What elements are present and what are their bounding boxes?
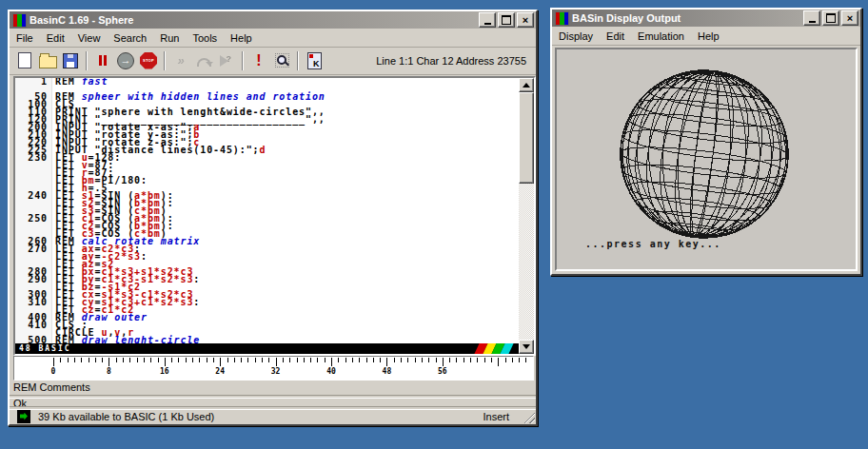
maximize-button[interactable] <box>822 10 839 26</box>
mode-bar: 48 BASIC <box>15 343 519 354</box>
display-panel: ...press any key... <box>555 48 858 271</box>
statusbar: 39 Kb available to BASIC (1 Kb Used) Ins… <box>10 408 536 424</box>
code-line: 1REM fast <box>15 78 519 86</box>
menu-item-tools[interactable]: Tools <box>186 29 224 47</box>
keyword-help-icon: K <box>307 52 322 69</box>
save-button[interactable] <box>59 49 82 71</box>
basinc-window: BasinC 1.69 - Sphere × FileEditViewSearc… <box>8 10 538 426</box>
code-line: 500REM draw lenght-circle <box>15 337 519 343</box>
pause-button[interactable] <box>91 49 114 71</box>
wireframe-sphere <box>558 50 855 268</box>
column-ruler: 08162432404856 <box>13 356 534 381</box>
step-into-icon: » <box>177 53 184 68</box>
menu-item-search[interactable]: Search <box>107 29 153 47</box>
basic-run-icon <box>17 410 30 423</box>
close-button[interactable]: × <box>517 12 534 28</box>
press-any-key-text: ...press any key... <box>585 239 721 249</box>
keyword-help-button[interactable]: K <box>303 49 326 71</box>
menu-item-run[interactable]: Run <box>153 29 186 47</box>
scrollbar-thumb[interactable] <box>519 92 534 184</box>
maximize-button[interactable] <box>498 12 515 28</box>
menu-item-edit[interactable]: Edit <box>40 29 71 47</box>
menu-item-view[interactable]: View <box>71 29 108 47</box>
comments-panel: REM Comments <box>13 381 532 393</box>
open-file-button[interactable] <box>36 49 59 71</box>
toolbar: → STOP » ? ! K Line 1:1 Char 12 Address … <box>10 47 536 75</box>
step-over-button[interactable] <box>192 49 215 71</box>
arrow-up-icon <box>523 79 530 88</box>
app-icon <box>12 13 27 28</box>
scroll-down-button[interactable] <box>519 340 534 354</box>
code-line: 50REM spheer with hidden lines and rotat… <box>15 93 519 101</box>
resize-grip[interactable] <box>523 411 535 423</box>
window-title: BasinC 1.69 - Sphere <box>30 14 479 26</box>
menu-item-help[interactable]: Help <box>224 29 259 47</box>
scroll-up-button[interactable] <box>519 78 534 92</box>
new-file-button[interactable] <box>13 49 36 71</box>
pause-icon <box>99 55 107 66</box>
arrow-down-icon <box>523 344 530 353</box>
menu-item-emulation[interactable]: Emulation <box>631 28 691 45</box>
output-titlebar[interactable]: BASin Display Output × <box>552 10 860 27</box>
menu-item-display[interactable]: Display <box>552 28 600 45</box>
menu-item-edit[interactable]: Edit <box>600 28 631 45</box>
step-into-button[interactable]: » <box>169 49 192 71</box>
menu-item-help[interactable]: Help <box>691 28 726 45</box>
output-app-icon <box>555 11 569 26</box>
error-break-icon: ! <box>256 54 261 68</box>
mode-bar-label: 48 BASIC <box>19 344 71 353</box>
vertical-scrollbar[interactable] <box>519 78 534 354</box>
code-line: 400REM draw outer <box>15 314 519 322</box>
trace-button[interactable]: ? <box>215 49 238 71</box>
minimize-button[interactable] <box>803 10 820 26</box>
find-icon <box>275 53 289 68</box>
open-folder-icon <box>39 56 57 68</box>
find-button[interactable] <box>270 49 293 71</box>
output-menubar: DisplayEditEmulationHelp <box>552 27 860 46</box>
new-file-icon <box>18 52 31 68</box>
menu-item-file[interactable]: File <box>10 29 40 47</box>
error-break-button[interactable]: ! <box>247 49 270 71</box>
save-icon <box>63 53 78 68</box>
menubar: FileEditViewSearchRunToolsHelp <box>10 29 536 48</box>
output-window-title: BASin Display Output <box>572 12 803 24</box>
code-editor[interactable]: 1REM fast50REM spheer with hidden lines … <box>13 76 536 356</box>
display-output-window: BASin Display Output × DisplayEditEmulat… <box>550 8 862 276</box>
rainbow-stripes <box>474 343 513 354</box>
run-button[interactable]: → <box>114 49 137 71</box>
insert-mode-status: Insert <box>483 411 509 422</box>
trace-icon: ? <box>220 55 234 67</box>
run-icon: → <box>117 52 134 69</box>
zx-screen: ...press any key... <box>558 50 855 268</box>
minimize-button[interactable] <box>479 12 496 28</box>
close-button[interactable]: × <box>841 10 858 26</box>
titlebar[interactable]: BasinC 1.69 - Sphere × <box>10 11 536 29</box>
memory-status: 39 Kb available to BASIC (1 Kb Used) <box>38 411 214 422</box>
step-over-icon <box>197 58 211 67</box>
stop-icon: STOP <box>140 52 157 69</box>
cursor-position-status: Line 1:1 Char 12 Address 23755 <box>376 47 526 74</box>
stop-button[interactable]: STOP <box>137 49 160 71</box>
code-view[interactable]: 1REM fast50REM spheer with hidden lines … <box>15 78 519 343</box>
